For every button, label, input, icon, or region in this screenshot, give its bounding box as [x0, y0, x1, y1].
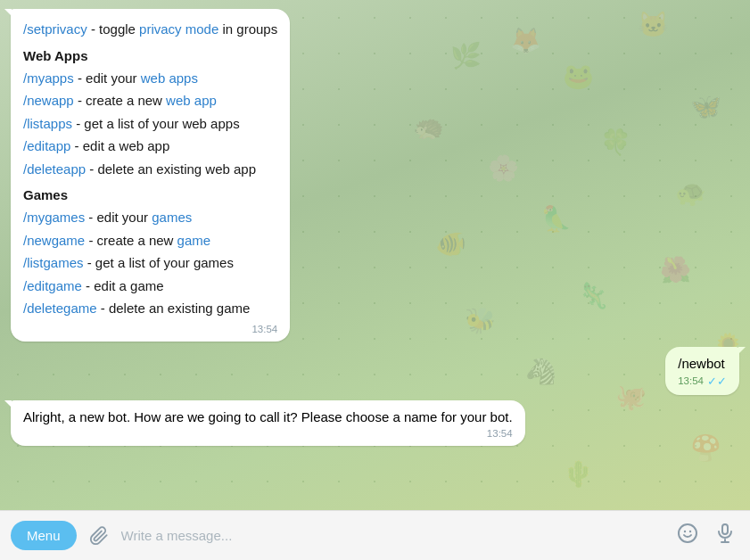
input-bar: Menu	[0, 510, 750, 560]
read-receipt-newbot: ✓✓	[707, 375, 727, 388]
received-text-prompt: Alright, a new bot. How are we going to …	[23, 409, 513, 424]
message-bubble-prompt: Alright, a new bot. How are we going to …	[11, 400, 525, 446]
chat-container: 🦊 🐱 🐸 🦋 🌿 🍀 🌸 🐢 🦜 🐠 🌺 🦎 🐝 🌻 🦓 🐙 🎃 🍄 🦔 🌵	[0, 0, 750, 560]
cmd-link-setprivacy[interactable]: /setprivacy	[23, 21, 87, 37]
svg-point-0	[679, 524, 696, 542]
paperclip-icon	[89, 526, 109, 546]
message-input[interactable]	[121, 528, 664, 543]
cmd-line-deletegame: /deletegame - delete an existing game	[23, 297, 277, 320]
cmd-line-editapp: /editapp - edit a web app	[23, 135, 277, 158]
cmd-link-newapp[interactable]: /newapp	[23, 93, 74, 108]
cmd-text-setprivacy: - toggle	[91, 21, 139, 37]
cmd-line-editgame: /editgame - edit a game	[23, 275, 277, 298]
cmd-link-mygames[interactable]: /mygames	[23, 210, 85, 225]
link-web-app-new[interactable]: web app	[166, 93, 217, 108]
cmd-link-myapps[interactable]: /myapps	[23, 70, 74, 86]
cmd-text-deleteapp: - delete an existing web app	[89, 161, 256, 177]
cmd-link-editapp[interactable]: /editapp	[23, 138, 70, 153]
cmd-line-myapps: /myapps - edit your web apps	[23, 67, 277, 90]
cmd-line-newgame: /newgame - create a new game	[23, 229, 277, 252]
attach-button[interactable]	[86, 523, 112, 549]
cmd-text-deletegame: - delete an existing game	[101, 301, 251, 316]
cmd-text-newgame: - create a new	[88, 233, 177, 248]
cmd-link-newgame[interactable]: /newgame	[23, 233, 85, 248]
cmd-text-listapps: - get a list of your web apps	[76, 116, 239, 131]
cmd-text-newapp: - create a new	[78, 93, 166, 108]
smiley-icon	[677, 523, 698, 544]
emoji-button[interactable]	[673, 519, 702, 553]
cmd-text-editapp: - edit a web app	[75, 138, 170, 153]
sent-text-newbot: /newbot	[678, 356, 725, 371]
timestamp-commands: 13:54	[23, 324, 277, 334]
link-games[interactable]: games	[152, 210, 192, 225]
microphone-icon	[714, 523, 736, 544]
cmd-link-deletegame[interactable]: /deletegame	[23, 301, 97, 316]
menu-button[interactable]: Menu	[11, 521, 77, 550]
section-heading-games: Games	[23, 187, 277, 202]
cmd-line-setprivacy: /setprivacy - toggle privacy mode in gro…	[23, 18, 277, 41]
cmd-text-mygames: - edit your	[88, 210, 152, 225]
messages-area: /setprivacy - toggle privacy mode in gro…	[0, 0, 750, 510]
cmd-line-listapps: /listapps - get a list of your web apps	[23, 112, 277, 136]
voice-button[interactable]	[711, 519, 739, 553]
message-bubble-newbot: /newbot 13:54 ✓✓	[665, 347, 739, 395]
cmd-line-newapp: /newapp - create a new web app	[23, 89, 277, 112]
cmd-text-editgame: - edit a game	[86, 278, 164, 293]
svg-point-1	[684, 530, 686, 531]
timestamp-newbot: 13:54 ✓✓	[678, 375, 727, 388]
section-heading-webapps: Web Apps	[23, 48, 277, 63]
cmd-line-deleteapp: /deleteapp - delete an existing web app	[23, 158, 277, 181]
svg-point-2	[689, 530, 691, 531]
link-privacy-mode[interactable]: privacy mode	[139, 21, 218, 37]
cmd-link-editgame[interactable]: /editgame	[23, 278, 82, 293]
cmd-line-mygames: /mygames - edit your games	[23, 206, 277, 229]
link-web-apps[interactable]: web apps	[141, 70, 198, 86]
cmd-text-listgames: - get a list of your games	[87, 255, 234, 270]
message-bubble-commands: /setprivacy - toggle privacy mode in gro…	[11, 9, 290, 342]
cmd-link-deleteapp[interactable]: /deleteapp	[23, 161, 86, 177]
cmd-line-listgames: /listgames - get a list of your games	[23, 251, 277, 275]
cmd-text-myapps: - edit your	[78, 70, 141, 86]
svg-rect-3	[722, 524, 728, 534]
cmd-suffix-setprivacy: in groups	[222, 21, 277, 37]
cmd-link-listapps[interactable]: /listapps	[23, 116, 72, 131]
timestamp-prompt: 13:54	[23, 428, 513, 439]
cmd-link-listgames[interactable]: /listgames	[23, 255, 84, 270]
link-game-new[interactable]: game	[177, 233, 211, 248]
